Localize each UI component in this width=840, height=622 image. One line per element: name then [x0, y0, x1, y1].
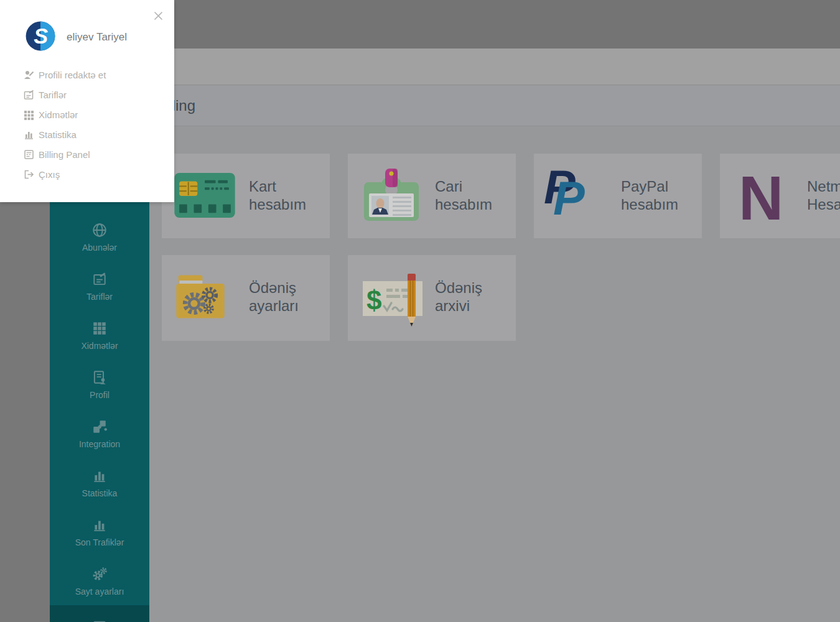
- cheque-icon: $: [362, 274, 426, 330]
- bar-chart-icon: [24, 129, 34, 140]
- puzzle-icon: [91, 419, 108, 435]
- receipt-icon: [91, 620, 108, 622]
- card-title: Ödənişarxivi: [435, 279, 482, 315]
- card-title: PayPalhesabım: [621, 177, 678, 213]
- card-netm-hesabim[interactable]: N NetmHesa: [720, 154, 840, 238]
- sidebar-menu: Abunələr Tariflər Xidmətlər: [50, 212, 149, 622]
- card-odenis-arxivi[interactable]: $ Ödənişarxivi: [348, 255, 516, 341]
- sidebar-item-son-trafikler[interactable]: Son Trafiklər: [50, 507, 149, 556]
- sign-out-icon: [24, 169, 34, 180]
- sidebar-item-tarifler[interactable]: Tariflər: [50, 261, 149, 310]
- gears-icon: [91, 566, 108, 582]
- card-odenis-ayarlari[interactable]: Ödənişayarları: [162, 255, 330, 341]
- card-cari-hesabim[interactable]: Carihesabım: [348, 154, 516, 238]
- bar-chart-icon: [91, 517, 108, 533]
- profile-doc-icon: [91, 369, 108, 386]
- svg-text:N: N: [739, 170, 783, 222]
- menu-item-cixis[interactable]: Çıxış: [24, 164, 168, 184]
- memo-icon: [24, 90, 34, 100]
- svg-text:$: $: [366, 285, 381, 315]
- id-badge-icon: [363, 169, 420, 222]
- card-kart-hesabim[interactable]: Karthesabım: [162, 154, 330, 238]
- paypal-icon: P P: [544, 162, 600, 222]
- folder-gears-icon: [174, 272, 226, 321]
- user-edit-icon: [24, 70, 34, 80]
- card-title: Karthesabım: [249, 177, 306, 213]
- close-icon[interactable]: [154, 11, 163, 21]
- sidebar-item-sayt-ayarlari[interactable]: Sayt ayarları: [50, 556, 149, 605]
- sidebar-item-abuneler[interactable]: Abunələr: [50, 212, 149, 261]
- menu-item-tarifler[interactable]: Tariflər: [24, 85, 168, 104]
- card-title: NetmHesa: [807, 177, 840, 213]
- menu-item-xidmetler[interactable]: Xidmətlər: [24, 104, 168, 124]
- sidebar-item-integration[interactable]: Integration: [50, 409, 149, 458]
- svg-text:P: P: [553, 172, 585, 222]
- card-title: Ödənişayarları: [249, 279, 299, 315]
- letter-n-icon: N: [737, 170, 791, 222]
- sidebar-item-profil[interactable]: Profil: [50, 360, 149, 409]
- profile-popup: S eliyev Tariyel Profili redaktə et: [0, 0, 174, 202]
- svg-text:S: S: [34, 24, 48, 48]
- card-title: Carihesabım: [435, 177, 492, 213]
- page-title-bar: Billing: [149, 85, 840, 126]
- card-paypal-hesabim[interactable]: P P PayPalhesabım: [534, 154, 702, 238]
- bar-chart-icon: [91, 468, 108, 484]
- billing-content: Karthesabım: [149, 126, 840, 622]
- popup-menu: Profili redaktə et Tariflər: [24, 65, 168, 184]
- grid-icon: [24, 109, 34, 120]
- brand-logo: S: [25, 21, 56, 52]
- sidebar-item-statistika[interactable]: Statistika: [50, 458, 149, 507]
- grid-icon: [91, 320, 108, 337]
- menu-item-statistika[interactable]: Statistika: [24, 124, 168, 144]
- menu-item-profili-redakte-et[interactable]: Profili redaktə et: [24, 65, 168, 85]
- credit-card-icon: [174, 173, 235, 218]
- memo-icon: [91, 271, 108, 287]
- popup-user-name: eliyev Tariyel: [67, 31, 127, 44]
- sidebar-item-billing-panel[interactable]: [50, 605, 149, 622]
- globe-icon: [91, 222, 108, 238]
- menu-item-billing-panel[interactable]: Billing Panel: [24, 144, 168, 164]
- receipt-icon: [24, 149, 34, 160]
- sidebar-item-xidmetler[interactable]: Xidmətlər: [50, 310, 149, 360]
